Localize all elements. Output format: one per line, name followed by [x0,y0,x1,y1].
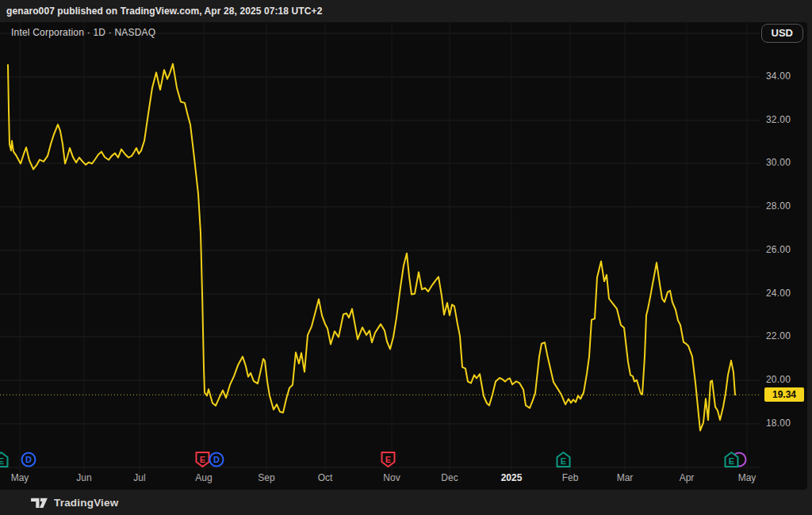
price-axis-label: 22.00 [766,330,791,341]
price-axis-label: 26.00 [766,244,791,255]
footer-bar: TradingView [0,490,812,515]
publish-text: genaro007 published on TradingView.com, … [0,6,322,17]
time-axis-label-nov: Nov [383,472,400,483]
time-axis-label-apr: Apr [680,472,695,483]
price-chart-canvas[interactable] [0,22,807,490]
time-axis-label-mar: Mar [617,472,634,483]
time-axis-label-2025: 2025 [501,472,523,483]
svg-text:E: E [0,456,4,466]
price-axis-label: 20.00 [766,374,791,385]
time-axis-label-jul: Jul [133,472,145,483]
publish-bar: genaro007 published on TradingView.com, … [0,0,812,22]
svg-text:E: E [385,455,391,464]
earnings-up-icon[interactable]: E [0,451,20,468]
tradingview-logo-icon[interactable] [30,496,48,509]
currency-usd-button[interactable]: USD [761,24,803,43]
price-axis-label: 34.00 [766,71,791,82]
price-axis-label: 28.00 [766,200,791,212]
time-axis-label-may: May [11,472,29,483]
price-axis-label: 32.00 [766,114,791,125]
svg-text:D: D [213,455,220,464]
earnings-up-icon[interactable]: E [723,451,750,468]
price-axis-label: 24.00 [766,288,791,299]
svg-text:D: D [25,455,32,464]
svg-text:E: E [200,455,205,464]
time-axis-label-oct: Oct [318,472,333,483]
earnings-up-icon[interactable]: E [555,451,582,468]
time-axis-label-aug: Aug [195,472,212,483]
time-axis-label-jun: Jun [76,472,91,483]
time-axis-label-dec: Dec [441,472,458,483]
price-axis-label: 30.00 [766,157,791,168]
price-axis-label: 18.00 [766,418,791,429]
chart-panel[interactable]: Intel Corporation · 1D · NASDAQ USD 34.0… [0,22,807,490]
svg-text:E: E [561,456,566,466]
dividend-icon[interactable]: D [20,451,47,468]
time-axis-label-may: May [738,472,756,483]
earnings-down-icon[interactable]: E [380,451,407,468]
symbol-title: Intel Corporation · 1D · NASDAQ [11,27,155,38]
svg-text:E: E [729,456,734,466]
tradingview-brand-text[interactable]: TradingView [54,497,118,509]
dividend-icon[interactable]: D [208,451,235,468]
time-axis-label-sep: Sep [258,472,274,483]
time-axis-label-feb: Feb [562,472,579,483]
last-price-badge: 19.34 [764,387,804,402]
